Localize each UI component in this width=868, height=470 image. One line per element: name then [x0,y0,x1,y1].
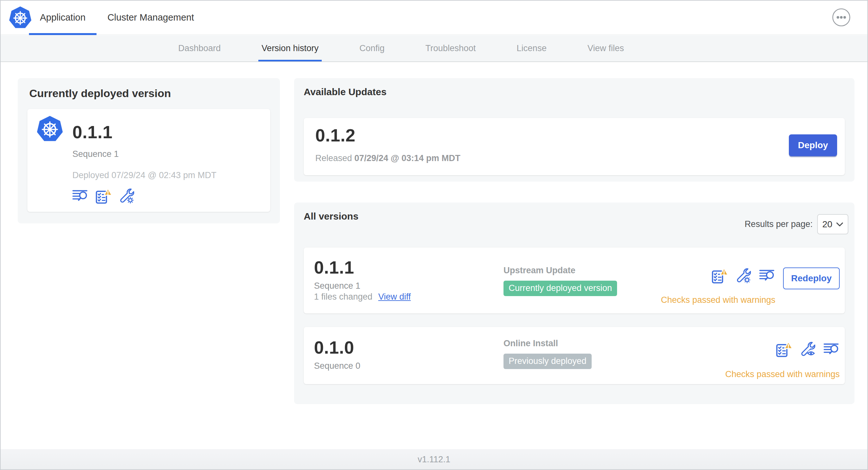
preflight-checks-warning-icon[interactable] [775,341,792,357]
currently-deployed-title: Currently deployed version [29,87,171,100]
tab-troubleshoot[interactable]: Troubleshoot [425,35,476,61]
diff-icon[interactable] [758,267,775,283]
row-sequence: Sequence 0 [314,361,360,371]
app-tabs: Application Cluster Management [29,0,205,35]
preflight-status-text: Checks passed with warnings [661,295,775,305]
kubernetes-app-icon [36,114,64,143]
deployed-sequence: Sequence 1 [72,149,119,159]
results-per-page-select[interactable]: 20 [817,214,848,234]
version-row-0-1-1: 0.1.1 Sequence 1 1 files changed View di… [304,247,845,313]
deployed-version-number: 0.1.1 [72,122,113,142]
preflight-checks-warning-icon[interactable] [711,267,728,283]
version-source: Online Install [503,338,592,348]
view-diff-link[interactable]: View diff [378,292,411,302]
currently-deployed-panel: Currently deployed version 0.1.1 [18,78,280,224]
version-source-column: Online Install Previously deployed [503,338,592,369]
row-version-number: 0.1.0 [314,337,354,358]
deployed-version-card: 0.1.1 Sequence 1 Deployed 07/29/24 @ 02:… [27,109,270,212]
row-version-number: 0.1.1 [314,257,354,278]
all-versions-panel: All versions Results per page: 20 0.1.1 … [294,203,855,404]
version-actions [711,267,775,283]
available-updates-panel: Available Updates 0.1.2 Released 07/29/2… [294,78,855,181]
files-changed-row: 1 files changed View diff [314,292,411,302]
files-changed-label: 1 files changed [314,292,373,302]
chevron-down-icon [836,222,843,227]
tab-cluster-management-label: Cluster Management [107,12,194,23]
footer: v1.112.1 [0,449,868,470]
update-released-line: Released 07/29/24 @ 03:14 pm MDT [315,153,460,163]
deployed-timestamp: Deployed 07/29/24 @ 02:43 pm MDT [72,170,217,180]
tab-dashboard[interactable]: Dashboard [178,35,221,61]
deploy-button[interactable]: Deploy [789,134,837,156]
version-source: Upstream Update [503,266,617,275]
redeploy-button[interactable]: Redeploy [783,267,840,289]
all-versions-title: All versions [304,211,359,222]
config-view-icon[interactable] [799,341,816,357]
diff-icon[interactable] [823,341,840,357]
results-per-page: Results per page: 20 [744,214,848,234]
version-actions [775,341,840,357]
config-gear-icon[interactable] [118,188,135,204]
released-date: 07/29/24 @ 03:14 pm MDT [354,153,460,163]
app-subnav: Dashboard Version history Config Trouble… [0,35,868,62]
released-prefix: Released [315,153,352,163]
tab-application[interactable]: Application [29,0,96,35]
tab-application-label: Application [40,12,86,23]
results-per-page-value: 20 [822,219,832,230]
kubernetes-logo-icon [8,5,32,30]
update-card: 0.1.2 Released 07/29/24 @ 03:14 pm MDT D… [304,118,845,175]
tab-cluster-management[interactable]: Cluster Management [96,0,205,35]
tab-license[interactable]: License [517,35,547,61]
top-navigation-bar: Application Cluster Management [0,0,868,35]
update-version-number: 0.1.2 [315,125,355,146]
row-sequence: Sequence 1 [314,281,360,291]
diff-icon[interactable] [72,188,89,204]
version-source-column: Upstream Update Currently deployed versi… [503,266,617,296]
available-updates-title: Available Updates [304,87,386,97]
preflight-status-text: Checks passed with warnings [725,369,840,379]
preflight-checks-warning-icon[interactable] [95,188,112,204]
status-badge: Previously deployed [503,354,592,369]
status-badge: Currently deployed version [503,281,617,296]
overflow-menu-button[interactable] [832,8,850,27]
tab-version-history[interactable]: Version history [261,35,318,61]
version-row-0-1-0: 0.1.0 Sequence 0 Online Install Previous… [304,327,845,384]
tab-view-files[interactable]: View files [587,35,624,61]
console-version: v1.112.1 [417,455,451,465]
config-gear-icon[interactable] [735,267,751,283]
deployed-actions [72,188,135,204]
tab-config[interactable]: Config [359,35,384,61]
results-per-page-label: Results per page: [744,219,813,229]
